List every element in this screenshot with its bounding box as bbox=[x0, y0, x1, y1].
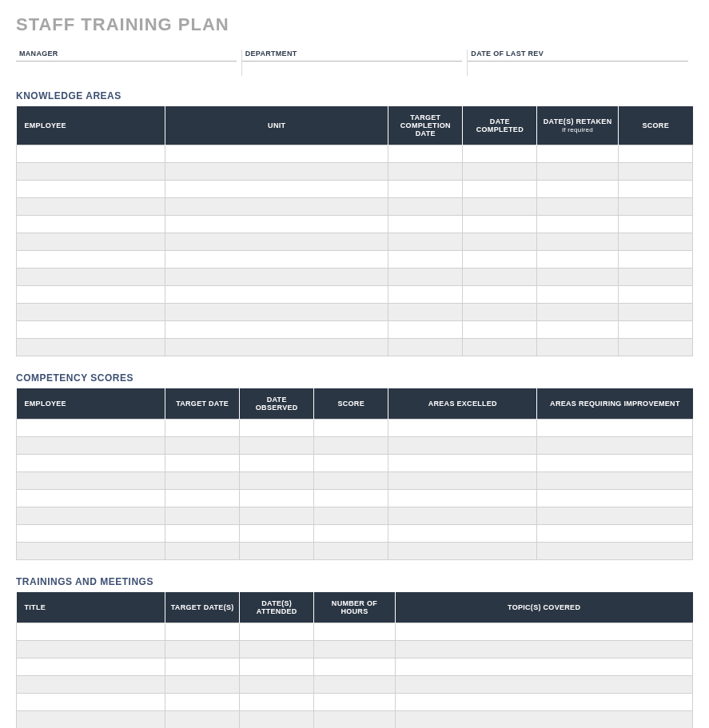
knowledge-cell-employee[interactable] bbox=[17, 216, 165, 233]
knowledge-cell-score[interactable] bbox=[618, 251, 692, 269]
competency-cell-excelled[interactable] bbox=[388, 490, 537, 507]
knowledge-cell-score[interactable] bbox=[618, 145, 692, 163]
knowledge-cell-employee[interactable] bbox=[17, 163, 165, 181]
trainings-cell-hours[interactable] bbox=[314, 641, 396, 658]
knowledge-cell-score[interactable] bbox=[618, 286, 692, 304]
knowledge-cell-target[interactable] bbox=[388, 251, 463, 269]
competency-cell-score[interactable] bbox=[314, 455, 388, 472]
knowledge-cell-retaken[interactable] bbox=[537, 321, 619, 339]
competency-cell-excelled[interactable] bbox=[388, 507, 537, 525]
competency-cell-excelled[interactable] bbox=[388, 525, 537, 543]
trainings-cell-target_dates[interactable] bbox=[165, 658, 240, 676]
trainings-cell-title[interactable] bbox=[17, 694, 165, 711]
knowledge-cell-score[interactable] bbox=[618, 163, 692, 181]
competency-cell-improvement[interactable] bbox=[537, 455, 693, 472]
knowledge-cell-score[interactable] bbox=[618, 233, 692, 251]
knowledge-cell-employee[interactable] bbox=[17, 269, 165, 286]
knowledge-cell-employee[interactable] bbox=[17, 286, 165, 304]
knowledge-cell-completed[interactable] bbox=[463, 145, 537, 163]
competency-cell-score[interactable] bbox=[314, 507, 388, 525]
competency-cell-improvement[interactable] bbox=[537, 472, 693, 490]
competency-cell-improvement[interactable] bbox=[537, 543, 693, 560]
competency-cell-employee[interactable] bbox=[17, 525, 165, 543]
trainings-cell-hours[interactable] bbox=[314, 711, 396, 729]
knowledge-cell-unit[interactable] bbox=[165, 233, 388, 251]
competency-cell-target_date[interactable] bbox=[165, 472, 240, 490]
competency-cell-employee[interactable] bbox=[17, 437, 165, 455]
knowledge-cell-target[interactable] bbox=[388, 321, 463, 339]
knowledge-cell-retaken[interactable] bbox=[537, 145, 619, 163]
knowledge-cell-target[interactable] bbox=[388, 198, 463, 216]
trainings-cell-target_dates[interactable] bbox=[165, 676, 240, 694]
knowledge-cell-score[interactable] bbox=[618, 181, 692, 198]
trainings-cell-target_dates[interactable] bbox=[165, 694, 240, 711]
knowledge-cell-target[interactable] bbox=[388, 286, 463, 304]
competency-cell-target_date[interactable] bbox=[165, 420, 240, 437]
trainings-cell-title[interactable] bbox=[17, 641, 165, 658]
competency-cell-employee[interactable] bbox=[17, 543, 165, 560]
competency-cell-date_observed[interactable] bbox=[240, 507, 314, 525]
competency-cell-excelled[interactable] bbox=[388, 543, 537, 560]
trainings-cell-topics[interactable] bbox=[395, 623, 692, 641]
knowledge-cell-unit[interactable] bbox=[165, 286, 388, 304]
knowledge-cell-target[interactable] bbox=[388, 304, 463, 321]
competency-cell-date_observed[interactable] bbox=[240, 455, 314, 472]
competency-cell-improvement[interactable] bbox=[537, 490, 693, 507]
competency-cell-employee[interactable] bbox=[17, 507, 165, 525]
trainings-cell-topics[interactable] bbox=[395, 658, 692, 676]
knowledge-cell-employee[interactable] bbox=[17, 339, 165, 356]
trainings-cell-dates_attended[interactable] bbox=[240, 694, 314, 711]
knowledge-cell-employee[interactable] bbox=[17, 198, 165, 216]
knowledge-cell-target[interactable] bbox=[388, 269, 463, 286]
competency-cell-target_date[interactable] bbox=[165, 543, 240, 560]
trainings-cell-topics[interactable] bbox=[395, 711, 692, 729]
knowledge-cell-unit[interactable] bbox=[165, 145, 388, 163]
knowledge-cell-retaken[interactable] bbox=[537, 304, 619, 321]
competency-cell-score[interactable] bbox=[314, 420, 388, 437]
knowledge-cell-employee[interactable] bbox=[17, 321, 165, 339]
knowledge-cell-retaken[interactable] bbox=[537, 163, 619, 181]
knowledge-cell-completed[interactable] bbox=[463, 233, 537, 251]
competency-cell-excelled[interactable] bbox=[388, 472, 537, 490]
competency-cell-target_date[interactable] bbox=[165, 507, 240, 525]
trainings-cell-topics[interactable] bbox=[395, 676, 692, 694]
trainings-cell-title[interactable] bbox=[17, 676, 165, 694]
competency-cell-employee[interactable] bbox=[17, 490, 165, 507]
knowledge-cell-unit[interactable] bbox=[165, 339, 388, 356]
knowledge-cell-score[interactable] bbox=[618, 269, 692, 286]
trainings-cell-dates_attended[interactable] bbox=[240, 676, 314, 694]
competency-cell-excelled[interactable] bbox=[388, 455, 537, 472]
knowledge-cell-retaken[interactable] bbox=[537, 216, 619, 233]
knowledge-cell-score[interactable] bbox=[618, 304, 692, 321]
trainings-cell-hours[interactable] bbox=[314, 676, 396, 694]
knowledge-cell-score[interactable] bbox=[618, 216, 692, 233]
knowledge-cell-retaken[interactable] bbox=[537, 181, 619, 198]
knowledge-cell-retaken[interactable] bbox=[537, 269, 619, 286]
trainings-cell-title[interactable] bbox=[17, 623, 165, 641]
trainings-cell-dates_attended[interactable] bbox=[240, 641, 314, 658]
knowledge-cell-retaken[interactable] bbox=[537, 233, 619, 251]
competency-cell-target_date[interactable] bbox=[165, 525, 240, 543]
trainings-cell-hours[interactable] bbox=[314, 658, 396, 676]
knowledge-cell-unit[interactable] bbox=[165, 163, 388, 181]
meta-department-value[interactable] bbox=[242, 62, 463, 74]
knowledge-cell-employee[interactable] bbox=[17, 181, 165, 198]
knowledge-cell-retaken[interactable] bbox=[537, 286, 619, 304]
competency-cell-employee[interactable] bbox=[17, 472, 165, 490]
knowledge-cell-completed[interactable] bbox=[463, 286, 537, 304]
competency-cell-score[interactable] bbox=[314, 437, 388, 455]
competency-cell-date_observed[interactable] bbox=[240, 437, 314, 455]
knowledge-cell-retaken[interactable] bbox=[537, 198, 619, 216]
knowledge-cell-score[interactable] bbox=[618, 198, 692, 216]
trainings-cell-hours[interactable] bbox=[314, 623, 396, 641]
knowledge-cell-target[interactable] bbox=[388, 163, 463, 181]
knowledge-cell-unit[interactable] bbox=[165, 181, 388, 198]
competency-cell-improvement[interactable] bbox=[537, 437, 693, 455]
knowledge-cell-retaken[interactable] bbox=[537, 339, 619, 356]
trainings-cell-target_dates[interactable] bbox=[165, 641, 240, 658]
trainings-cell-target_dates[interactable] bbox=[165, 623, 240, 641]
competency-cell-target_date[interactable] bbox=[165, 455, 240, 472]
knowledge-cell-unit[interactable] bbox=[165, 321, 388, 339]
competency-cell-target_date[interactable] bbox=[165, 490, 240, 507]
knowledge-cell-completed[interactable] bbox=[463, 163, 537, 181]
